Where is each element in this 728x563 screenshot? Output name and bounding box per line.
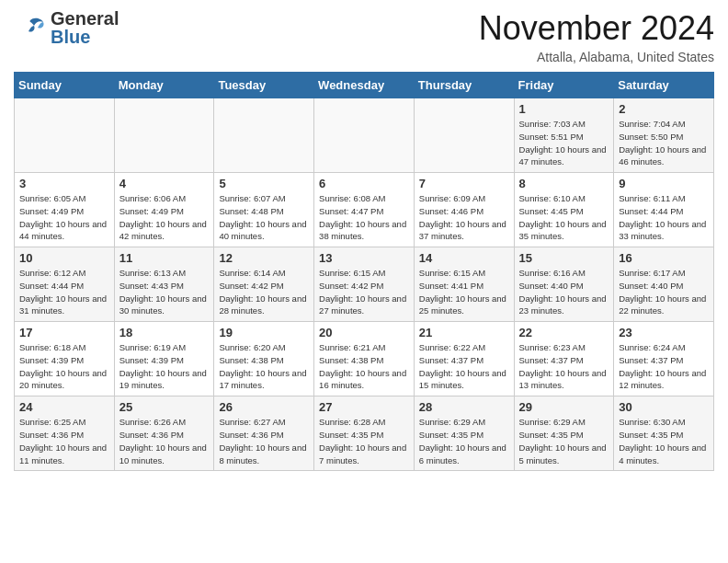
day-info: Sunrise: 6:29 AM Sunset: 4:35 PM Dayligh… <box>419 416 509 466</box>
day-info: Sunrise: 6:15 AM Sunset: 4:41 PM Dayligh… <box>419 267 509 317</box>
calendar-week-row: 10Sunrise: 6:12 AM Sunset: 4:44 PM Dayli… <box>15 247 714 322</box>
calendar-cell: 30Sunrise: 6:30 AM Sunset: 4:35 PM Dayli… <box>614 396 714 471</box>
day-info: Sunrise: 6:13 AM Sunset: 4:43 PM Dayligh… <box>119 267 210 317</box>
calendar-cell: 27Sunrise: 6:28 AM Sunset: 4:35 PM Dayli… <box>314 396 415 471</box>
calendar-cell: 26Sunrise: 6:27 AM Sunset: 4:36 PM Dayli… <box>214 396 314 471</box>
month-title: November 2024 <box>479 9 714 48</box>
day-number: 28 <box>419 400 509 414</box>
day-number: 26 <box>219 400 309 414</box>
day-number: 14 <box>419 251 509 265</box>
day-number: 6 <box>319 177 409 190</box>
logo-name: General Blue <box>51 9 119 46</box>
calendar-cell: 20Sunrise: 6:21 AM Sunset: 4:38 PM Dayli… <box>314 322 415 396</box>
day-info: Sunrise: 6:27 AM Sunset: 4:36 PM Dayligh… <box>219 416 309 466</box>
day-info: Sunrise: 6:25 AM Sunset: 4:36 PM Dayligh… <box>19 416 109 466</box>
day-info: Sunrise: 6:09 AM Sunset: 4:46 PM Dayligh… <box>419 192 509 243</box>
day-info: Sunrise: 6:24 AM Sunset: 4:37 PM Dayligh… <box>619 341 709 392</box>
day-number: 16 <box>619 251 709 265</box>
calendar-cell: 1Sunrise: 7:03 AM Sunset: 5:51 PM Daylig… <box>514 98 614 173</box>
calendar-cell <box>114 98 214 173</box>
logo-blue-text: Blue <box>51 28 119 46</box>
calendar-header-sunday: Sunday <box>15 73 115 98</box>
day-number: 21 <box>419 326 509 339</box>
calendar-cell: 11Sunrise: 6:13 AM Sunset: 4:43 PM Dayli… <box>114 247 214 322</box>
day-number: 27 <box>319 400 409 414</box>
day-info: Sunrise: 6:22 AM Sunset: 4:37 PM Dayligh… <box>419 341 509 392</box>
day-info: Sunrise: 7:03 AM Sunset: 5:51 PM Dayligh… <box>519 118 609 168</box>
calendar-cell: 5Sunrise: 6:07 AM Sunset: 4:48 PM Daylig… <box>214 173 314 247</box>
day-number: 19 <box>219 326 309 339</box>
calendar-cell: 21Sunrise: 6:22 AM Sunset: 4:37 PM Dayli… <box>414 322 514 396</box>
day-number: 9 <box>619 177 709 190</box>
location: Attalla, Alabama, United States <box>479 50 714 64</box>
calendar-cell: 13Sunrise: 6:15 AM Sunset: 4:42 PM Dayli… <box>314 247 415 322</box>
day-number: 22 <box>519 326 609 339</box>
calendar-cell: 25Sunrise: 6:26 AM Sunset: 4:36 PM Dayli… <box>114 396 214 471</box>
calendar-cell: 23Sunrise: 6:24 AM Sunset: 4:37 PM Dayli… <box>614 322 714 396</box>
day-info: Sunrise: 6:06 AM Sunset: 4:49 PM Dayligh… <box>119 192 210 243</box>
day-info: Sunrise: 6:30 AM Sunset: 4:35 PM Dayligh… <box>619 416 709 466</box>
day-info: Sunrise: 6:29 AM Sunset: 4:35 PM Dayligh… <box>519 416 609 466</box>
day-info: Sunrise: 6:16 AM Sunset: 4:40 PM Dayligh… <box>519 267 609 317</box>
page: General Blue November 2024 Attalla, Alab… <box>0 0 728 480</box>
day-number: 30 <box>619 400 709 414</box>
calendar-cell: 24Sunrise: 6:25 AM Sunset: 4:36 PM Dayli… <box>15 396 115 471</box>
day-info: Sunrise: 6:05 AM Sunset: 4:49 PM Dayligh… <box>19 192 109 243</box>
calendar-header-friday: Friday <box>514 73 614 98</box>
day-info: Sunrise: 6:18 AM Sunset: 4:39 PM Dayligh… <box>19 341 109 392</box>
calendar-cell: 3Sunrise: 6:05 AM Sunset: 4:49 PM Daylig… <box>15 173 115 247</box>
calendar-week-row: 1Sunrise: 7:03 AM Sunset: 5:51 PM Daylig… <box>15 98 714 173</box>
calendar-header-tuesday: Tuesday <box>214 73 314 98</box>
calendar-cell: 12Sunrise: 6:14 AM Sunset: 4:42 PM Dayli… <box>214 247 314 322</box>
calendar-cell: 17Sunrise: 6:18 AM Sunset: 4:39 PM Dayli… <box>15 322 115 396</box>
day-info: Sunrise: 6:19 AM Sunset: 4:39 PM Dayligh… <box>119 341 210 392</box>
calendar-header-saturday: Saturday <box>614 73 714 98</box>
calendar-cell: 28Sunrise: 6:29 AM Sunset: 4:35 PM Dayli… <box>414 396 514 471</box>
day-number: 12 <box>219 251 309 265</box>
calendar: SundayMondayTuesdayWednesdayThursdayFrid… <box>14 72 714 471</box>
day-info: Sunrise: 6:28 AM Sunset: 4:35 PM Dayligh… <box>319 416 409 466</box>
calendar-week-row: 24Sunrise: 6:25 AM Sunset: 4:36 PM Dayli… <box>15 396 714 471</box>
calendar-cell <box>15 98 115 173</box>
day-info: Sunrise: 6:11 AM Sunset: 4:44 PM Dayligh… <box>619 192 709 243</box>
day-number: 17 <box>19 326 109 339</box>
calendar-week-row: 3Sunrise: 6:05 AM Sunset: 4:49 PM Daylig… <box>15 173 714 247</box>
calendar-cell: 8Sunrise: 6:10 AM Sunset: 4:45 PM Daylig… <box>514 173 614 247</box>
logo-bird-icon <box>14 13 47 46</box>
day-info: Sunrise: 6:21 AM Sunset: 4:38 PM Dayligh… <box>319 341 409 392</box>
day-info: Sunrise: 7:04 AM Sunset: 5:50 PM Dayligh… <box>619 118 709 168</box>
day-number: 20 <box>319 326 409 339</box>
day-info: Sunrise: 6:15 AM Sunset: 4:42 PM Dayligh… <box>319 267 409 317</box>
calendar-cell: 4Sunrise: 6:06 AM Sunset: 4:49 PM Daylig… <box>114 173 214 247</box>
day-number: 13 <box>319 251 409 265</box>
calendar-cell <box>414 98 514 173</box>
day-info: Sunrise: 6:08 AM Sunset: 4:47 PM Dayligh… <box>319 192 409 243</box>
calendar-header-thursday: Thursday <box>414 73 514 98</box>
day-number: 25 <box>119 400 210 414</box>
title-section: November 2024 Attalla, Alabama, United S… <box>479 9 714 64</box>
calendar-header-monday: Monday <box>114 73 214 98</box>
day-info: Sunrise: 6:14 AM Sunset: 4:42 PM Dayligh… <box>219 267 309 317</box>
day-info: Sunrise: 6:23 AM Sunset: 4:37 PM Dayligh… <box>519 341 609 392</box>
calendar-cell: 2Sunrise: 7:04 AM Sunset: 5:50 PM Daylig… <box>614 98 714 173</box>
day-number: 24 <box>19 400 109 414</box>
day-number: 2 <box>619 102 709 116</box>
day-number: 3 <box>19 177 109 190</box>
calendar-cell: 29Sunrise: 6:29 AM Sunset: 4:35 PM Dayli… <box>514 396 614 471</box>
calendar-week-row: 17Sunrise: 6:18 AM Sunset: 4:39 PM Dayli… <box>15 322 714 396</box>
header: General Blue November 2024 Attalla, Alab… <box>14 9 714 64</box>
day-number: 11 <box>119 251 210 265</box>
logo-general-text: General <box>51 9 119 28</box>
day-info: Sunrise: 6:12 AM Sunset: 4:44 PM Dayligh… <box>19 267 109 317</box>
calendar-header-row: SundayMondayTuesdayWednesdayThursdayFrid… <box>15 73 714 98</box>
day-info: Sunrise: 6:20 AM Sunset: 4:38 PM Dayligh… <box>219 341 309 392</box>
day-info: Sunrise: 6:17 AM Sunset: 4:40 PM Dayligh… <box>619 267 709 317</box>
calendar-header-wednesday: Wednesday <box>314 73 415 98</box>
day-number: 23 <box>619 326 709 339</box>
calendar-cell: 15Sunrise: 6:16 AM Sunset: 4:40 PM Dayli… <box>514 247 614 322</box>
day-number: 4 <box>119 177 210 190</box>
calendar-cell: 10Sunrise: 6:12 AM Sunset: 4:44 PM Dayli… <box>15 247 115 322</box>
calendar-cell: 16Sunrise: 6:17 AM Sunset: 4:40 PM Dayli… <box>614 247 714 322</box>
day-number: 8 <box>519 177 609 190</box>
day-info: Sunrise: 6:26 AM Sunset: 4:36 PM Dayligh… <box>119 416 210 466</box>
